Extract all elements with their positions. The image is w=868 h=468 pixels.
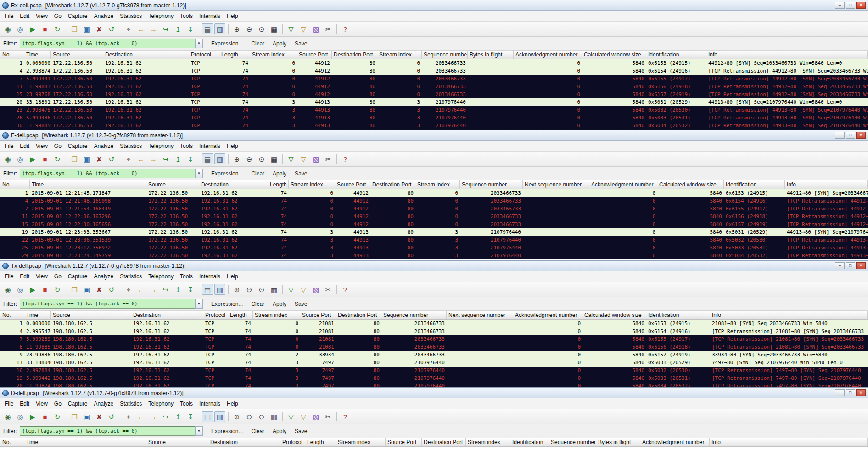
capture-filter-icon[interactable]: ▽ xyxy=(286,23,297,34)
column-header-source[interactable]: Source xyxy=(146,180,199,189)
go-forward-icon[interactable]: → xyxy=(148,153,159,164)
capture-filter-icon[interactable]: ▽ xyxy=(286,411,297,422)
column-header-time[interactable]: Time xyxy=(24,438,146,446)
column-header-stream-index[interactable]: Stream index xyxy=(466,438,510,446)
column-header-source[interactable]: Source xyxy=(51,311,131,319)
capture-options-icon[interactable]: ◎ xyxy=(15,23,26,34)
go-back-icon[interactable]: ← xyxy=(135,23,146,34)
apply-button[interactable]: Apply xyxy=(269,169,290,178)
apply-button[interactable]: Apply xyxy=(269,299,290,309)
column-header-length[interactable]: Length xyxy=(305,438,336,446)
column-header-time[interactable]: Time xyxy=(24,311,51,319)
apply-button[interactable]: Apply xyxy=(269,39,290,48)
menu-help[interactable]: Help xyxy=(224,11,241,21)
resize-columns-icon[interactable]: ▦ xyxy=(269,23,280,34)
packet-row[interactable]: 265.999436172.22.136.50192.16.31.62TCP74… xyxy=(0,114,868,122)
column-header-destination[interactable]: Destination xyxy=(199,180,268,189)
menu-statistics[interactable]: Statistics xyxy=(117,141,145,151)
column-header-protocol[interactable]: Protocol xyxy=(280,438,305,446)
titlebar[interactable]: Rx-dell.pcap[Wireshark 1.12.7 (v1.12.7-0… xyxy=(0,0,868,11)
minimize-button[interactable]: – xyxy=(835,262,845,269)
capture-start-icon[interactable]: ▶ xyxy=(27,153,38,164)
zoom-normal-icon[interactable]: ⊙ xyxy=(256,284,267,295)
zoom-in-icon[interactable]: ⊕ xyxy=(231,411,242,422)
menu-help[interactable]: Help xyxy=(224,141,241,151)
menu-edit[interactable]: Edit xyxy=(17,11,33,21)
menu-capture[interactable]: Capture xyxy=(65,11,91,21)
display-filter-icon[interactable]: ▽ xyxy=(298,284,309,295)
packet-row[interactable]: 2033.188015172.22.136.50192.16.31.62TCP7… xyxy=(0,98,868,106)
column-header-source-port[interactable]: Source Port xyxy=(386,438,422,446)
resize-columns-icon[interactable]: ▦ xyxy=(269,153,280,164)
menu-telephony[interactable]: Telephony xyxy=(145,272,177,281)
menu-file[interactable]: File xyxy=(1,11,17,21)
column-header-calculated-window-size[interactable]: Calculated window size xyxy=(657,180,724,189)
column-header-no-[interactable]: No. xyxy=(0,311,24,319)
filter-dropdown-button[interactable]: ▼ xyxy=(195,39,203,48)
go-to-packet-icon[interactable]: ↪ xyxy=(160,153,171,164)
display-filter-input[interactable] xyxy=(20,39,195,48)
close-capture-icon[interactable]: ✘ xyxy=(94,411,105,422)
minimize-button[interactable]: – xyxy=(835,132,845,139)
menu-edit[interactable]: Edit xyxy=(17,141,33,151)
titlebar[interactable]: Tx-dell.pcap[Wireshark 1.12.7 (v1.12.7-0… xyxy=(0,261,868,271)
packet-details-toggle[interactable]: ▥ xyxy=(214,153,225,164)
packet-row[interactable]: 162.997884198.180.162.5192.16.31.62TCP74… xyxy=(0,367,868,374)
menu-view[interactable]: View xyxy=(33,272,51,281)
go-back-icon[interactable]: ← xyxy=(135,153,146,164)
column-header-next-sequence-number[interactable]: Next sequence number xyxy=(447,311,513,319)
column-header-sequence-number[interactable]: Sequence number xyxy=(460,180,523,189)
preferences-icon[interactable]: ✂ xyxy=(323,411,334,422)
coloring-rules-icon[interactable]: ▧ xyxy=(310,411,321,422)
column-header-sequence-number[interactable]: Sequence number xyxy=(422,51,468,59)
column-header-bytes-in-flight[interactable]: Bytes in flight xyxy=(596,438,640,446)
save-button[interactable]: Save xyxy=(291,427,311,436)
save-capture-icon[interactable]: ▣ xyxy=(81,153,92,164)
menu-capture[interactable]: Capture xyxy=(65,141,91,151)
packet-row[interactable]: 42.998874172.22.136.50192.16.31.62TCP740… xyxy=(0,67,868,75)
go-top-icon[interactable]: ↥ xyxy=(173,153,184,164)
menu-telephony[interactable]: Telephony xyxy=(145,399,177,408)
coloring-rules-icon[interactable]: ▧ xyxy=(310,153,321,164)
capture-restart-icon[interactable]: ↻ xyxy=(52,284,63,295)
capture-start-icon[interactable]: ▶ xyxy=(27,23,38,34)
resize-columns-icon[interactable]: ▦ xyxy=(269,284,280,295)
packet-row[interactable]: 923.998362198.180.162.5192.16.31.62TCP74… xyxy=(0,351,868,359)
column-header-sequence-number[interactable]: Sequence number xyxy=(381,311,447,319)
menu-help[interactable]: Help xyxy=(224,272,241,281)
column-header-calculated-window-size[interactable]: Calculated window size xyxy=(582,311,646,319)
display-filter-icon[interactable]: ▽ xyxy=(298,23,309,34)
menu-capture[interactable]: Capture xyxy=(65,399,91,408)
column-header-acknowledgment-number[interactable]: Acknowledgment number xyxy=(513,311,582,319)
save-capture-icon[interactable]: ▣ xyxy=(81,411,92,422)
menu-view[interactable]: View xyxy=(33,11,51,21)
go-to-packet-icon[interactable]: ↪ xyxy=(160,23,171,34)
column-header-source-port[interactable]: Source Port xyxy=(297,51,332,59)
column-header-stream-index[interactable]: Stream index xyxy=(415,180,460,189)
help-icon[interactable]: ? xyxy=(340,411,351,422)
menu-internals[interactable]: Internals xyxy=(196,141,224,151)
column-header-destination[interactable]: Destination xyxy=(103,51,189,59)
menu-help[interactable]: Help xyxy=(224,399,241,408)
preferences-icon[interactable]: ✂ xyxy=(323,284,334,295)
find-packet-icon[interactable]: ⌖ xyxy=(123,284,134,295)
zoom-normal-icon[interactable]: ⊙ xyxy=(256,153,267,164)
menu-internals[interactable]: Internals xyxy=(196,272,224,281)
go-bottom-icon[interactable]: ↧ xyxy=(185,23,196,34)
find-packet-icon[interactable]: ⌖ xyxy=(123,23,134,34)
go-back-icon[interactable]: ← xyxy=(135,411,146,422)
packet-row[interactable]: 1111.998839172.22.136.50192.16.31.62TCP7… xyxy=(0,83,868,90)
expression-button[interactable]: Expression... xyxy=(207,169,246,178)
column-header-source-port[interactable]: Source Port xyxy=(300,311,336,319)
capture-restart-icon[interactable]: ↻ xyxy=(52,153,63,164)
packet-details-toggle[interactable]: ▥ xyxy=(214,411,225,422)
column-header-source-port[interactable]: Source Port xyxy=(335,180,370,189)
packet-row[interactable]: 112015-09-01 12:22:06.167296172.22.136.5… xyxy=(0,213,868,220)
menu-analyze[interactable]: Analyze xyxy=(91,141,117,151)
capture-filter-icon[interactable]: ▽ xyxy=(286,284,297,295)
list-interfaces-icon[interactable]: ◉ xyxy=(2,411,13,422)
packet-row[interactable]: 292015-09-01 12:23:24.349759172.22.136.5… xyxy=(0,252,868,259)
column-header-identification[interactable]: Identification xyxy=(646,311,710,319)
clear-button[interactable]: Clear xyxy=(247,427,268,436)
column-header-destination-port[interactable]: Destination Port xyxy=(370,180,415,189)
